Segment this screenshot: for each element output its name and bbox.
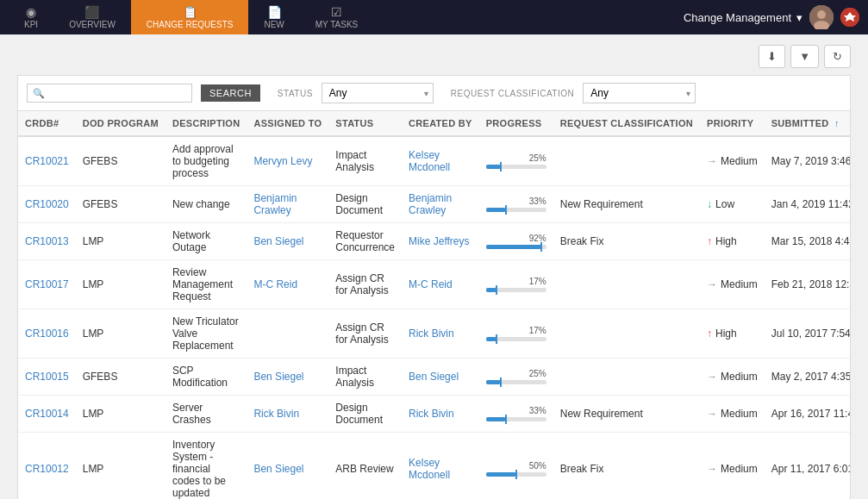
priority-label: Medium bbox=[721, 463, 758, 475]
nav-label-new: New bbox=[264, 20, 284, 29]
change-requests-icon: 📋 bbox=[183, 5, 197, 19]
crdb-link[interactable]: CR10016 bbox=[25, 327, 69, 340]
col-header-crdb: CRDB# bbox=[18, 111, 76, 136]
created-by-link[interactable]: Kelsey Mcdonell bbox=[409, 457, 450, 481]
assigned-to-link[interactable]: Benjamin Crawley bbox=[253, 192, 297, 216]
col-header-progress: Progress bbox=[479, 111, 553, 136]
status-filter-label: Status bbox=[278, 89, 313, 98]
progress-bar-fill bbox=[486, 380, 502, 384]
assigned-to-link[interactable]: Mervyn Levy bbox=[253, 155, 312, 167]
crdb-link[interactable]: CR10012 bbox=[25, 463, 69, 475]
progress-bar-bg bbox=[486, 208, 546, 212]
cell-progress: 92% bbox=[479, 223, 553, 260]
cell-priority: → Medium bbox=[700, 260, 765, 309]
assigned-to-link[interactable]: Ben Siegel bbox=[253, 235, 303, 247]
cell-dod-program: LMP bbox=[76, 309, 165, 359]
priority-label: Low bbox=[715, 198, 734, 210]
filter-button[interactable]: ▼ bbox=[790, 45, 819, 68]
cell-submitted: Mar 15, 2018 4:44 PM bbox=[765, 223, 851, 260]
nav-item-my-tasks[interactable]: ☑ My Tasks bbox=[300, 0, 373, 34]
priority-label: Medium bbox=[721, 371, 758, 383]
progress-label: 33% bbox=[486, 196, 546, 206]
crdb-link[interactable]: CR10014 bbox=[25, 408, 69, 420]
progress-wrap: 92% bbox=[486, 234, 546, 249]
nav-label-overview: Overview bbox=[69, 20, 116, 29]
crdb-link[interactable]: CR10020 bbox=[25, 198, 69, 210]
priority-wrap: → Medium bbox=[707, 278, 758, 290]
progress-bar-bg bbox=[486, 337, 546, 341]
col-header-priority: Priority bbox=[700, 111, 765, 136]
cell-status: Requestor Concurrence bbox=[328, 223, 402, 260]
nav-item-overview[interactable]: ⬛ Overview bbox=[53, 0, 131, 34]
cell-dod-program: GFEBS bbox=[76, 136, 165, 186]
status-select[interactable]: Any Impact Analysis Design Document ARB … bbox=[322, 83, 434, 103]
nav-item-new[interactable]: 📄 New bbox=[248, 0, 299, 34]
search-input[interactable] bbox=[48, 87, 186, 99]
created-by-link[interactable]: Rick Bivin bbox=[409, 327, 454, 340]
progress-label: 92% bbox=[486, 234, 546, 243]
cell-assigned-to: Mervyn Levy bbox=[247, 136, 328, 186]
priority-down-arrow: ↓ bbox=[707, 198, 712, 210]
cell-description: Inventory System - financial codes to be… bbox=[165, 433, 247, 500]
nav-item-kpi[interactable]: ◉ KPI bbox=[9, 0, 53, 34]
priority-right-arrow: → bbox=[707, 371, 717, 383]
cell-priority: ↑ High bbox=[700, 223, 765, 260]
cell-description: Server Crashes bbox=[165, 396, 247, 433]
cell-dod-program: LMP bbox=[76, 223, 165, 260]
main-content: ⬇ ▼ ↻ 🔍 Search Status Any Impact Analysi… bbox=[0, 34, 868, 499]
assigned-to-link[interactable]: Ben Siegel bbox=[253, 463, 303, 475]
cell-assigned-to: Rick Bivin bbox=[247, 396, 328, 433]
crdb-link[interactable]: CR10017 bbox=[25, 278, 69, 290]
crdb-link[interactable]: CR10015 bbox=[25, 371, 69, 383]
priority-right-arrow: → bbox=[707, 278, 717, 290]
cell-dod-program: GFEBS bbox=[76, 186, 165, 223]
crdb-link[interactable]: CR10013 bbox=[25, 235, 69, 247]
progress-bar-fill bbox=[486, 208, 506, 212]
priority-up-arrow: ↑ bbox=[707, 327, 712, 340]
priority-label: Medium bbox=[721, 278, 758, 290]
created-by-link[interactable]: Ben Siegel bbox=[409, 371, 459, 383]
app-dropdown-arrow[interactable]: ▾ bbox=[796, 11, 802, 24]
table-header-row: CRDB# DoD Program Description Assigned T… bbox=[18, 111, 851, 136]
cell-assigned-to bbox=[247, 309, 328, 359]
request-class-select[interactable]: Any New Requirement Break Fix Run & Main… bbox=[583, 83, 696, 103]
my-tasks-icon: ☑ bbox=[331, 5, 342, 19]
cell-submitted: Jan 4, 2019 11:42 AM bbox=[765, 186, 851, 223]
progress-bar-fill bbox=[486, 165, 502, 169]
col-header-status: Status bbox=[328, 111, 402, 136]
cell-description: Add approval to budgeting process bbox=[165, 136, 247, 186]
refresh-button[interactable]: ↻ bbox=[824, 45, 851, 68]
col-header-submitted[interactable]: Submitted ↑ bbox=[765, 111, 851, 136]
assigned-to-link[interactable]: M-C Reid bbox=[253, 278, 297, 290]
cell-assigned-to: Ben Siegel bbox=[247, 223, 328, 260]
created-by-link[interactable]: Mike Jeffreys bbox=[409, 235, 469, 247]
priority-label: Medium bbox=[721, 408, 758, 420]
progress-tick bbox=[505, 415, 507, 424]
kpi-icon: ◉ bbox=[26, 5, 36, 19]
cell-request-class: Break Fix bbox=[553, 433, 700, 500]
cell-dod-program: LMP bbox=[76, 260, 165, 309]
cell-request-class bbox=[553, 136, 700, 186]
progress-wrap: 17% bbox=[486, 326, 546, 341]
progress-tick bbox=[496, 334, 497, 344]
created-by-link[interactable]: Kelsey Mcdonell bbox=[409, 149, 450, 173]
crdb-link[interactable]: CR10021 bbox=[25, 155, 69, 167]
cell-priority: → Medium bbox=[700, 359, 765, 396]
nav-label-kpi: KPI bbox=[24, 20, 38, 29]
created-by-link[interactable]: M-C Reid bbox=[409, 278, 453, 290]
progress-tick bbox=[540, 242, 542, 252]
cell-crdb: CR10013 bbox=[18, 223, 76, 260]
created-by-link[interactable]: Benjamin Crawley bbox=[409, 192, 452, 216]
table-row: CR10017 LMP Review Management Request M-… bbox=[18, 260, 851, 309]
created-by-link[interactable]: Rick Bivin bbox=[409, 408, 454, 420]
assigned-to-link[interactable]: Rick Bivin bbox=[253, 408, 299, 420]
priority-right-arrow: → bbox=[707, 155, 717, 167]
nav-item-change-requests[interactable]: 📋 Change Requests bbox=[131, 0, 249, 34]
download-button[interactable]: ⬇ bbox=[759, 45, 785, 68]
cell-crdb: CR10012 bbox=[18, 433, 76, 500]
assigned-to-link[interactable]: Ben Siegel bbox=[253, 371, 303, 383]
cell-crdb: CR10020 bbox=[18, 186, 76, 223]
search-button[interactable]: Search bbox=[201, 84, 260, 102]
user-avatar[interactable] bbox=[809, 5, 834, 29]
app-name: Change Management bbox=[684, 11, 791, 24]
